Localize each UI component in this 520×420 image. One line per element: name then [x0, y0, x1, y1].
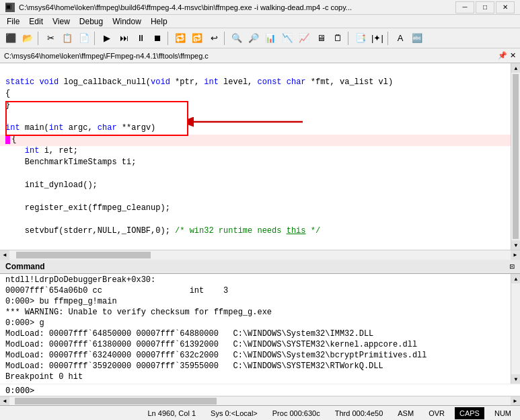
toolbar-b14[interactable]: 🗒 — [330, 30, 346, 46]
toolbar-b10[interactable]: 📊 — [262, 30, 278, 46]
toolbar-b2[interactable]: ⏭ — [116, 30, 132, 46]
fn-name: log_callback_null( — [63, 77, 151, 87]
toolbar-b11[interactable]: 📉 — [279, 30, 295, 46]
cmd-line-2: 00007fff`654a06b0 cc int 3 — [5, 286, 505, 297]
toolbar: ⬛ 📂 ✂ 📋 📄 ▶ ⏭ ⏸ ⏹ 🔁 🔂 ↩ 🔍 🔎 📊 📉 📈 🖥 🗒 📑 … — [0, 28, 520, 48]
code-line-3: { — [0, 89, 511, 100]
toolbar-sep-5 — [348, 32, 350, 45]
menu-edit[interactable]: Edit — [25, 15, 47, 28]
toolbar-b1[interactable]: ▶ — [99, 30, 115, 46]
cmd-vscroll-track[interactable] — [511, 283, 520, 374]
titlebar: ▣ C:\msys64\home\loken\ffmpeg\build64\ff… — [0, 0, 520, 15]
kw-int: int — [204, 77, 223, 87]
code-line-2: static void log_callback_null(void *ptr,… — [0, 77, 511, 89]
command-main: ntdll!LdrpDoDebuggerBreak+0x30: 00007fff… — [0, 274, 520, 384]
code-line-15: setvbuf(stderr,NULL,_IONBF,0); /* win32 … — [0, 226, 511, 238]
toolbar-b6[interactable]: 🔂 — [189, 30, 205, 46]
hscroll-right[interactable]: ▶ — [511, 250, 520, 260]
cmd-line-9: ModLoad: 00007fff`35920000 00007fff`3595… — [5, 361, 505, 372]
vscroll-up[interactable]: ▲ — [511, 63, 520, 73]
code-editor[interactable]: static void log_callback_null(void *ptr,… — [0, 63, 511, 250]
titlebar-controls[interactable]: ─ □ ✕ — [455, 1, 515, 13]
code-line-13: register_exit(ffmpeg_cleanup); — [0, 203, 511, 215]
titlebar-title: C:\msys64\home\loken\ffmpeg\build64\ffmp… — [19, 3, 352, 11]
command-expand-icon[interactable]: ⊡ — [510, 262, 515, 272]
toolbar-sep-2 — [94, 32, 97, 45]
toolbar-cut[interactable]: ✂ — [42, 30, 59, 46]
menu-help[interactable]: Help — [147, 15, 172, 28]
cmd-input[interactable] — [34, 386, 515, 395]
vscroll-thumb[interactable] — [513, 74, 519, 239]
editor-vscroll[interactable]: ▲ ▼ — [511, 63, 520, 250]
close-file-icon[interactable]: ✕ — [510, 51, 516, 60]
cmd-line-6: ModLoad: 00007fff`64850000 00007fff`6488… — [5, 329, 505, 340]
close-button[interactable]: ✕ — [496, 1, 515, 13]
menu-window[interactable]: Window — [108, 15, 145, 28]
titlebar-left: ▣ C:\msys64\home\loken\ffmpeg\build64\ff… — [5, 3, 352, 12]
menu-view[interactable]: View — [48, 15, 74, 28]
status-sys: Sys 0:<Local> — [206, 407, 262, 419]
toolbar-new[interactable]: ⬛ — [3, 30, 19, 46]
toolbar-sep-3 — [168, 32, 170, 45]
toolbar-b4[interactable]: ⏹ — [149, 30, 165, 46]
minimize-button[interactable]: ─ — [455, 1, 474, 13]
toolbar-open[interactable]: 📂 — [20, 30, 36, 46]
code-line-14 — [0, 215, 511, 226]
code-line-1 — [0, 66, 511, 77]
filepath-bar: C:\msys64\home\loken\ffmpeg\FFmpeg-n4.4.… — [0, 48, 520, 63]
cmd-line-5: 0:000> g — [5, 318, 505, 329]
toolbar-paste[interactable]: 📄 — [76, 30, 92, 46]
toolbar-b17[interactable]: A — [392, 30, 408, 46]
code-line-10 — [0, 169, 511, 180]
cmd-vscroll-down[interactable]: ▼ — [511, 374, 520, 384]
toolbar-b16[interactable]: |✦| — [369, 30, 385, 46]
command-output[interactable]: ntdll!LdrpDoDebuggerBreak+0x30: 00007fff… — [0, 274, 511, 384]
menu-debug[interactable]: Debug — [75, 15, 107, 28]
cmd-hscroll-left[interactable]: ◀ — [0, 396, 9, 406]
code-line-6: int main(int argc, char **argv) — [0, 123, 511, 135]
toolbar-sep-6 — [387, 32, 390, 45]
toolbar-b15[interactable]: 📑 — [352, 30, 369, 46]
menu-file[interactable]: File — [3, 15, 24, 28]
cmd-vscroll-up[interactable]: ▲ — [511, 274, 520, 283]
kw-char: char — [287, 77, 311, 87]
pin-icon[interactable]: 📌 — [498, 51, 507, 60]
command-title: Command — [5, 262, 45, 271]
code-line-9: BenchmarkTimeStamps ti; — [0, 158, 511, 169]
hscroll-track[interactable] — [9, 250, 511, 260]
command-vscroll[interactable]: ▲ ▼ — [511, 274, 520, 384]
kw-void: void — [39, 77, 63, 87]
cmd-line-3: 0:000> bu ffmpeg_g!main — [5, 297, 505, 308]
hscroll-left[interactable]: ◀ — [0, 250, 9, 260]
toolbar-b5[interactable]: 🔁 — [172, 30, 188, 46]
command-divider: Command ⊡ — [0, 259, 520, 274]
cmd-line-10: Breakpoint 0 hit — [5, 372, 505, 383]
toolbar-b9[interactable]: 🔎 — [246, 30, 262, 46]
toolbar-b18[interactable]: 🔤 — [409, 30, 425, 46]
toolbar-b12[interactable]: 📈 — [296, 30, 312, 46]
cmd-prompt[interactable]: 0:000> — [0, 384, 520, 396]
toolbar-b3[interactable]: ⏸ — [133, 30, 149, 46]
command-hscroll[interactable]: ◀ ▶ — [0, 396, 520, 405]
toolbar-copy[interactable]: 📋 — [59, 30, 75, 46]
toolbar-b13[interactable]: 🖥 — [313, 30, 329, 46]
toolbar-b8[interactable]: 🔍 — [229, 30, 245, 46]
cmd-hscroll-right[interactable]: ▶ — [511, 396, 520, 406]
cmd-hscroll-thumb[interactable] — [15, 398, 217, 405]
maximize-button[interactable]: □ — [476, 1, 494, 13]
editor-hscroll[interactable]: ◀ ▶ — [0, 250, 520, 259]
toolbar-b7[interactable]: ↩ — [206, 30, 222, 46]
status-thrd: Thrd 000:4e50 — [330, 407, 388, 419]
cmd-hscroll-track[interactable] — [9, 396, 511, 406]
menubar: File Edit View Debug Window Help — [0, 15, 520, 28]
code-line-4: } — [0, 100, 511, 112]
vscroll-down[interactable]: ▼ — [511, 240, 520, 250]
status-ovr: OVR — [424, 407, 449, 419]
kw-const: const — [258, 77, 287, 87]
code-2c: level, — [223, 77, 257, 87]
filepath-icons: 📌 ✕ — [498, 51, 516, 60]
kw-static: static — [5, 77, 39, 87]
filepath-text: C:\msys64\home\loken\ffmpeg\FFmpeg-n4.4.… — [4, 52, 209, 60]
toolbar-sep-4 — [224, 32, 227, 45]
hscroll-thumb[interactable] — [16, 252, 151, 258]
